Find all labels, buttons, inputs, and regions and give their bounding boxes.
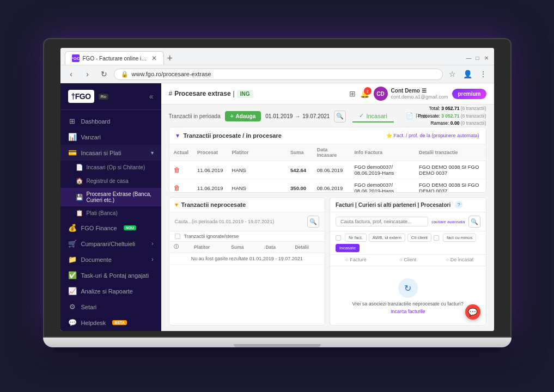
facturi-search-button[interactable]: 🔍: [468, 216, 480, 228]
minus-checkbox[interactable]: [434, 235, 439, 241]
sidebar-item-analize[interactable]: 📈 Analize si Rapoarte: [60, 283, 161, 299]
col-procesat: Procesat: [193, 144, 228, 161]
filter-incasate[interactable]: Incasate: [336, 244, 360, 252]
table-row: 🗑 11.06.2019 HANS 542.64 08.06.2019 FGO …: [169, 161, 486, 179]
menu-icon[interactable]: ⋮: [477, 68, 490, 81]
sidebar-item-documente[interactable]: 📁 Documente ›: [60, 252, 161, 267]
registru-icon: 🏠: [76, 177, 83, 185]
new-tab-button[interactable]: +: [164, 53, 176, 63]
delete-icon[interactable]: 🗑: [174, 184, 180, 192]
no-results-row: Nu au fost gasite rezultate 01.01.2019 -…: [169, 253, 325, 265]
tab-label: FGO - Facturare online inte: [83, 56, 148, 62]
unprocessed-title: Tranzactii neprocesate: [181, 201, 246, 208]
advanced-search-link[interactable]: cautare avansata: [431, 219, 465, 224]
processed-title: Tranzactii procesate / in procesare: [184, 132, 282, 139]
bank-badge: ING: [237, 90, 253, 98]
back-button[interactable]: ‹: [65, 68, 78, 81]
detalii-cell: FGO DEMO 0038 SI FGO DEMO 0037: [415, 161, 485, 179]
sidebar-item-vanzari[interactable]: 📊 Vanzari: [60, 129, 161, 145]
vanzari-label: Vanzari: [81, 134, 101, 140]
user-email: cont.demo.a1@gmail.com: [391, 94, 448, 101]
help-icon: ?: [455, 201, 462, 209]
detalii-cell: FGO DEMO 0038 SI FGO DEMO 0037: [415, 179, 485, 193]
sidebar-collapse-button[interactable]: «: [149, 92, 154, 101]
sidebar-item-helpdesk[interactable]: 💬 Helpdesk BETA: [60, 315, 161, 330]
col-suma: Suma: [286, 144, 313, 161]
chat-fab-button[interactable]: 💬: [465, 304, 480, 320]
helpdesk-icon: 💬: [68, 318, 77, 327]
data-inc-cell: 08.06.2019: [313, 161, 350, 179]
delete-cell[interactable]: 🗑: [169, 179, 193, 193]
bottom-section: ▾ Tranzactii neprocesate Cauta...(in per…: [169, 197, 486, 326]
auto-suggest-label: Fact. / prof. de la (propunere automata): [393, 133, 479, 138]
unprocessed-filters: Cauta...(in perioada 01.01.2019 - 19.07.…: [169, 212, 325, 231]
browser-tab[interactable]: FGO FGO - Facturare online inte ✕: [65, 51, 164, 65]
address-bar[interactable]: 🔒 www.fgo.ro/procesare-extrase: [114, 69, 443, 80]
profile-icon[interactable]: 👤: [461, 68, 474, 81]
facturi-search-input[interactable]: [336, 217, 428, 226]
sidebar: †FGO Ro « ⊞ Dashboard 📊 Vanzari: [60, 83, 161, 331]
date-range: 01.01.2019 → 19.07.2021: [265, 113, 330, 119]
add-button[interactable]: + Adauga: [225, 111, 261, 121]
unp-col-suma: Suma: [227, 242, 259, 253]
sidebar-item-taskuri[interactable]: ✅ Task-uri & Pontaj angajati: [60, 267, 161, 283]
notifications-button[interactable]: 🔔 2: [360, 89, 369, 98]
sidebar-item-setari[interactable]: ⚙ Setari: [60, 299, 161, 315]
sidebar-item-plati-banca[interactable]: 📋 Plati (Banca): [60, 206, 161, 220]
filter-awb[interactable]: AWB, id extern: [369, 234, 405, 242]
cumparari-arrow-icon: ›: [151, 241, 153, 247]
fgo-finance-icon: 💰: [68, 224, 77, 232]
forward-button[interactable]: ›: [81, 68, 94, 81]
delete-icon[interactable]: 🗑: [174, 166, 180, 174]
close-btn[interactable]: ✕: [483, 55, 490, 62]
premium-button[interactable]: premium: [452, 89, 486, 99]
delete-cell[interactable]: 🗑: [169, 161, 193, 179]
plati-doc-icon: 📄: [406, 112, 413, 119]
grid-view-button[interactable]: ⊞: [349, 89, 356, 98]
filter-cli[interactable]: Cli client: [407, 234, 431, 242]
suma-cell: 350.00: [286, 179, 313, 193]
incasari-label: Incasari si Plati: [81, 150, 121, 156]
facturi-tabs: ○ Facture ○ Client ○: [330, 255, 486, 266]
date-cell: 11.06.2019: [193, 161, 228, 179]
unprocessed-search-button[interactable]: 🔍: [307, 216, 319, 228]
reload-button[interactable]: ↻: [98, 68, 111, 81]
content-area: Tranzactii in perioada + Adauga 01.01.20…: [161, 105, 494, 331]
browser-toolbar: ‹ › ↻ 🔒 www.fgo.ro/procesare-extrase ☆ 👤…: [60, 65, 494, 83]
tab-facture[interactable]: ○ Facture: [330, 255, 382, 266]
col-actual: Actual: [169, 144, 193, 161]
sidebar-item-dashboard[interactable]: ⊞ Dashboard: [60, 113, 161, 129]
tab-close-icon[interactable]: ✕: [151, 54, 157, 62]
ignored-checkbox[interactable]: [175, 234, 180, 239]
processed-section-header: ▾ Tranzactii procesate / in procesare ⭐ …: [169, 127, 486, 144]
fact-checkbox[interactable]: [336, 235, 341, 241]
maximize-btn[interactable]: □: [474, 55, 481, 62]
filter-nr-fact[interactable]: Nr fact.: [345, 234, 367, 242]
cumparari-label: Cumparari/Cheltuieli: [81, 241, 136, 247]
registru-label: Registrul de casa: [87, 178, 129, 184]
unprocessed-header: ▾ Tranzactii neprocesate: [169, 198, 325, 212]
filter-cu-minus[interactable]: fact cu minus: [443, 234, 476, 242]
procesate-label: Procesate:: [418, 113, 440, 119]
setari-label: Setari: [81, 304, 97, 310]
tab-de-incasat[interactable]: ○ De incasat: [434, 255, 485, 266]
dashboard-label: Dashboard: [81, 118, 111, 125]
incarca-facturile-link[interactable]: Incarca facturile: [336, 309, 480, 314]
checkbox-row: Tranzactii ignorate/sterse: [169, 231, 325, 242]
section-actions[interactable]: ⭐ Fact. / prof. de la (propunere automat…: [386, 133, 479, 138]
tab-client[interactable]: ○ Client: [382, 255, 434, 266]
sidebar-item-registru-casa[interactable]: 🏠 Registrul de casa: [60, 174, 161, 188]
sidebar-item-incasari-plati[interactable]: 💳 Incasari si Plati ▾: [60, 145, 161, 161]
bookmark-icon[interactable]: ☆: [446, 68, 459, 81]
sidebar-item-incasari-op[interactable]: 📄 Incasari (Op si Chitante): [60, 161, 161, 174]
sidebar-item-cumparari[interactable]: 🛒 Cumparari/Cheltuieli ›: [60, 236, 161, 252]
col-info: Info Factura: [350, 144, 415, 161]
chevron-orange-icon: ▾: [175, 201, 178, 209]
sidebar-item-procesare-extrase[interactable]: 💾 Procesare Extrase (Banca, Curieri etc.…: [60, 188, 161, 206]
minimize-btn[interactable]: —: [466, 55, 472, 62]
sidebar-item-fgo-finance[interactable]: 💰 FGO Finance NOU: [60, 220, 161, 236]
tab-incasari[interactable]: ✓ Incasari: [352, 110, 394, 122]
search-button[interactable]: 🔍: [334, 111, 346, 122]
facture-label: Facture: [350, 257, 367, 262]
incasari-op-icon: 📄: [76, 164, 83, 171]
